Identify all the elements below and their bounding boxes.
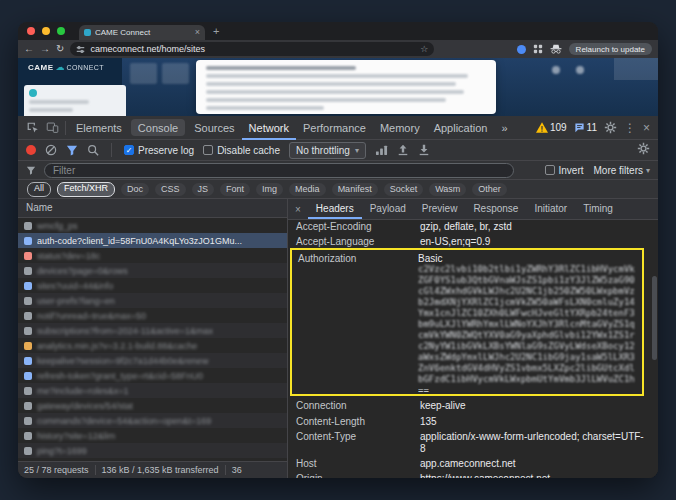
close-details-icon[interactable]: ×: [288, 204, 308, 215]
tab-headers[interactable]: Headers: [308, 199, 362, 219]
chip-css[interactable]: CSS: [155, 183, 186, 196]
clear-network-log-icon[interactable]: [45, 144, 57, 156]
invert-filter-checkbox[interactable]: Invert: [545, 165, 584, 176]
tab-response[interactable]: Response: [465, 199, 526, 219]
extension-icon[interactable]: [517, 45, 526, 54]
table-row[interactable]: me?include=roles&x=1: [18, 383, 287, 398]
table-row[interactable]: wmcfg_ps: [18, 218, 287, 233]
authorization-value: Basic c2Vzc2lvbi10b2tlbi1yZWRhY3RlZC1ibH…: [418, 253, 637, 396]
table-row[interactable]: devices?page=0&rows: [18, 263, 287, 278]
chip-doc[interactable]: Doc: [121, 183, 149, 196]
chip-socket[interactable]: Socket: [384, 183, 424, 196]
address-bar[interactable]: cameconnect.net/home/sites ☆: [70, 42, 434, 56]
back-icon[interactable]: ←: [24, 44, 34, 54]
devtools-menu-icon[interactable]: ⋮: [624, 122, 636, 134]
tab-console[interactable]: Console: [131, 119, 185, 136]
chip-media[interactable]: Media: [289, 183, 326, 196]
table-row-selected[interactable]: auth-code?client_id=58FnU0A4KqLYo3zJO1GM…: [18, 233, 287, 248]
record-network-log-button[interactable]: [26, 145, 36, 155]
inspect-element-icon[interactable]: [22, 118, 42, 138]
throttling-select[interactable]: No throttling ▾: [289, 142, 366, 159]
auth-value-suffix: ==: [418, 385, 637, 396]
extensions-icon[interactable]: [533, 44, 543, 54]
tab-performance[interactable]: Performance: [296, 116, 373, 140]
forward-icon[interactable]: →: [40, 44, 50, 54]
chip-other[interactable]: Other: [472, 183, 507, 196]
table-row[interactable]: history?site=12&lim: [18, 428, 287, 443]
tab-favicon: [84, 29, 91, 36]
header-name: Content-Type: [296, 431, 420, 455]
script-icon: [24, 342, 32, 350]
request-name: history?site=12&lim: [37, 431, 281, 441]
tab-timing[interactable]: Timing: [575, 199, 621, 219]
chevron-down-icon: ▾: [646, 166, 650, 175]
devtools-close-icon[interactable]: ×: [643, 122, 650, 134]
table-row[interactable]: keepalive?session=9f2c7a1d44b0e&renew: [18, 353, 287, 368]
search-icon[interactable]: [87, 144, 99, 156]
bookmark-star-icon[interactable]: ☆: [420, 44, 428, 54]
chip-wasm[interactable]: Wasm: [429, 183, 466, 196]
issues-badge[interactable]: 11: [574, 122, 597, 133]
table-row[interactable]: sites?uuid=44&info: [18, 278, 287, 293]
table-row[interactable]: analytics.min.js?v=3.2.1-build.88&cache: [18, 338, 287, 353]
tab-memory[interactable]: Memory: [373, 116, 427, 140]
tab-sources[interactable]: Sources: [187, 116, 241, 140]
chip-all[interactable]: All: [27, 182, 51, 197]
chip-fetch-xhr[interactable]: Fetch/XHR: [57, 182, 115, 197]
scrollbar[interactable]: [652, 276, 657, 360]
tab-application[interactable]: Application: [427, 116, 495, 140]
tab-preview[interactable]: Preview: [414, 199, 466, 219]
reload-icon[interactable]: ↻: [56, 44, 64, 54]
name-column-header[interactable]: Name: [18, 199, 287, 218]
tab-initiator[interactable]: Initiator: [526, 199, 575, 219]
network-settings-gear-icon[interactable]: [637, 141, 650, 159]
site-info-icon[interactable]: [76, 45, 85, 54]
relaunch-to-update-button[interactable]: Relaunch to update: [569, 43, 652, 55]
disable-cache-checkbox[interactable]: Disable cache: [203, 145, 280, 156]
request-type-icon: [24, 222, 32, 230]
window-close-button[interactable]: [27, 27, 35, 35]
header-value: app.cameconnect.net: [420, 458, 650, 470]
incognito-icon: [550, 44, 562, 54]
request-type-icon: [24, 387, 32, 395]
window-zoom-button[interactable]: [57, 27, 65, 35]
table-row[interactable]: ping?t=1699: [18, 443, 287, 458]
preserve-log-checkbox[interactable]: ✓ Preserve log: [124, 145, 194, 156]
chip-js[interactable]: JS: [192, 183, 215, 196]
request-name: user-prefs?lang=en: [37, 296, 281, 306]
filter-toggle-icon[interactable]: [66, 145, 78, 156]
new-tab-icon[interactable]: +: [213, 26, 219, 37]
window-minimize-button[interactable]: [42, 27, 50, 35]
table-row[interactable]: refresh-token?grant_type=rt&cid=58FnU0: [18, 368, 287, 383]
settings-gear-icon[interactable]: [604, 121, 617, 134]
more-filters-button[interactable]: More filters ▾: [594, 165, 650, 176]
chip-img[interactable]: Img: [256, 183, 283, 196]
chip-font[interactable]: Font: [220, 183, 250, 196]
request-type-icon: [24, 252, 32, 260]
browser-tab[interactable]: CAME Connect ×: [79, 25, 205, 40]
tab-elements[interactable]: Elements: [69, 116, 129, 140]
tab-close-icon[interactable]: ×: [195, 28, 200, 37]
chip-manifest[interactable]: Manifest: [332, 183, 378, 196]
more-tabs-icon[interactable]: »: [494, 116, 514, 140]
devtools-panel: Elements Console Sources Network Perform…: [18, 116, 658, 478]
tab-network[interactable]: Network: [242, 116, 296, 140]
import-har-icon[interactable]: [397, 144, 409, 156]
filter-input[interactable]: [44, 163, 514, 178]
resources-count: 36: [232, 465, 242, 475]
table-row[interactable]: subscriptions?from=2024-11&active=1&max: [18, 323, 287, 338]
table-row[interactable]: status?dev=18c: [18, 248, 287, 263]
table-row[interactable]: commands?device=54&action=open&t=169: [18, 413, 287, 428]
network-conditions-icon[interactable]: [375, 144, 388, 156]
table-row[interactable]: user-prefs?lang=en: [18, 293, 287, 308]
header-name: Origin: [296, 473, 420, 478]
request-name: auth-code?client_id=58FnU0A4KqLYo3zJO1GM…: [37, 236, 281, 246]
request-type-icon: [24, 282, 32, 290]
console-warnings-badge[interactable]: 109: [536, 122, 567, 133]
tab-payload[interactable]: Payload: [362, 199, 414, 219]
device-toolbar-icon[interactable]: [42, 118, 62, 138]
table-row[interactable]: gateway/devices/54/stat: [18, 398, 287, 413]
table-row[interactable]: notif?unread=true&max=50: [18, 308, 287, 323]
request-type-icon: [24, 267, 32, 275]
export-har-icon[interactable]: [418, 144, 430, 156]
